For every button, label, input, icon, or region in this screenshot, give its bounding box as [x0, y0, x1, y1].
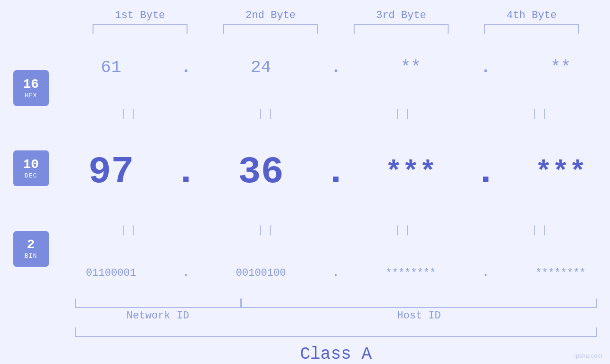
sep1-b2: || — [215, 108, 319, 120]
badges-column: 16 HEX 10 DEC 2 BIN — [0, 38, 62, 299]
host-id-label: Host ID — [241, 310, 597, 322]
network-bracket — [75, 299, 241, 308]
bracket-byte1 — [93, 24, 188, 34]
bracket-byte2 — [223, 24, 318, 34]
bin-badge: 2 BIN — [13, 231, 49, 267]
bin-byte2: 00100100 — [223, 267, 299, 279]
byte3-header: 3rd Byte — [349, 9, 453, 21]
bin-byte4: ******** — [523, 267, 599, 279]
bin-value-row: 01100001 . 00100100 . ******** . *******… — [62, 267, 610, 279]
hex-dot2: . — [321, 58, 350, 77]
hex-dot3: . — [471, 58, 500, 77]
hex-badge: 16 HEX — [13, 70, 49, 106]
dec-byte3: *** — [373, 156, 449, 188]
dec-badge-label: DEC — [25, 172, 37, 179]
class-label: Class A — [75, 345, 597, 364]
network-id-label: Network ID — [75, 310, 241, 322]
dec-dot1: . — [172, 150, 200, 194]
bin-badge-label: BIN — [25, 252, 37, 260]
dec-byte2: 36 — [223, 150, 299, 194]
dec-byte4: *** — [523, 156, 599, 188]
bracket-byte3 — [354, 24, 449, 34]
bracket-byte4 — [484, 24, 579, 34]
sep2-b2: || — [215, 224, 319, 236]
watermark: ipshu.com — [574, 352, 602, 359]
bin-dot3: . — [471, 267, 500, 279]
bin-byte3: ******** — [373, 267, 449, 279]
sub-brackets — [75, 299, 597, 308]
bin-badge-number: 2 — [27, 238, 35, 252]
hex-byte4: ** — [523, 58, 599, 77]
bin-dot2: . — [321, 267, 350, 279]
hex-badge-label: HEX — [25, 92, 37, 99]
bin-dot1: . — [172, 267, 200, 279]
host-bracket — [241, 299, 597, 308]
hex-dot1: . — [172, 58, 200, 77]
sep-row-2: || || || || — [62, 224, 610, 238]
top-brackets — [75, 24, 597, 34]
dec-badge-number: 10 — [23, 158, 39, 172]
hex-value-row: 61 . 24 . ** . ** — [62, 58, 610, 77]
sep2-b4: || — [489, 224, 594, 236]
values-area: 61 . 24 . ** . ** || || || || 97 . 36 . — [62, 38, 610, 299]
sep1-b1: || — [78, 108, 182, 120]
id-labels-row: Network ID Host ID — [75, 310, 597, 322]
overall-bracket — [75, 327, 597, 337]
main-values-section: 16 HEX 10 DEC 2 BIN 61 . 24 . ** . ** — [0, 38, 610, 299]
byte2-header: 2nd Byte — [218, 9, 323, 21]
hex-byte2: 24 — [223, 58, 299, 77]
bin-byte1: 01100001 — [73, 267, 149, 279]
sep1-b4: || — [489, 108, 594, 120]
sep-row-1: || || || || — [62, 107, 610, 121]
hex-byte1: 61 — [73, 58, 149, 77]
dec-dot2: . — [321, 150, 350, 194]
byte4-header: 4th Byte — [479, 9, 584, 21]
sep1-b3: || — [352, 108, 457, 120]
main-container: 1st Byte 2nd Byte 3rd Byte 4th Byte 16 H… — [0, 0, 610, 364]
bottom-section: Network ID Host ID — [75, 299, 597, 322]
dec-badge: 10 DEC — [13, 150, 49, 186]
byte1-header: 1st Byte — [88, 9, 192, 21]
byte-headers-row: 1st Byte 2nd Byte 3rd Byte 4th Byte — [75, 0, 597, 21]
hex-byte3: ** — [373, 58, 449, 77]
sep2-b1: || — [78, 224, 182, 236]
dec-byte1: 97 — [73, 150, 149, 194]
dec-value-row: 97 . 36 . *** . *** — [62, 150, 610, 194]
sep2-b3: || — [352, 224, 457, 236]
hex-badge-number: 16 — [23, 77, 39, 92]
dec-dot3: . — [471, 150, 500, 194]
